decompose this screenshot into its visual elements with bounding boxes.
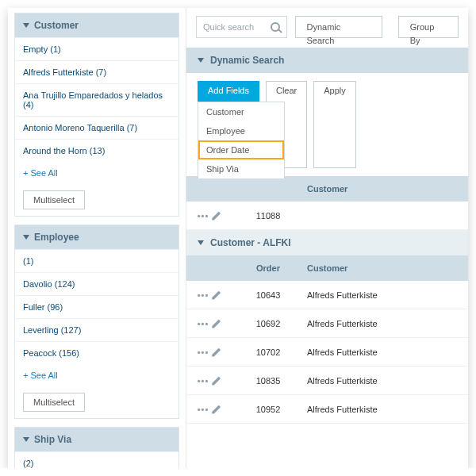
search-placeholder: Quick search bbox=[203, 22, 271, 32]
see-all-link[interactable]: + See All bbox=[15, 364, 178, 386]
main-panel: Quick search Dynamic Search Group By Dyn… bbox=[186, 8, 468, 468]
cell-order: 11088 bbox=[232, 203, 304, 228]
dropdown-item-employee[interactable]: Employee bbox=[198, 121, 284, 140]
edit-icon[interactable] bbox=[212, 211, 221, 221]
more-icon[interactable]: ••• bbox=[198, 319, 209, 328]
column-header-row: Customer bbox=[186, 176, 468, 202]
table-row[interactable]: ••• 10835 Alfreds Futterkiste bbox=[186, 367, 468, 395]
table-row[interactable]: ••• 10643 Alfreds Futterkiste bbox=[186, 281, 468, 309]
search-icon bbox=[271, 22, 280, 32]
edit-icon[interactable] bbox=[212, 347, 221, 357]
col-customer: Customer bbox=[304, 255, 468, 281]
facet-item[interactable]: Empty (1) bbox=[15, 37, 178, 60]
cell-customer: Alfreds Futterkiste bbox=[304, 397, 468, 422]
triangle-down-icon bbox=[23, 235, 29, 240]
group-title: Customer - ALFKI bbox=[210, 237, 291, 248]
see-all-link[interactable]: + See All bbox=[15, 162, 178, 184]
dynamic-search-panel-header[interactable]: Dynamic Search bbox=[186, 48, 468, 73]
col-order: Order bbox=[232, 255, 304, 281]
more-icon[interactable]: ••• bbox=[198, 376, 209, 386]
table-row[interactable]: ••• 10702 Alfreds Futterkiste bbox=[186, 338, 468, 367]
facet-header-employee[interactable]: Employee bbox=[15, 225, 178, 249]
facet-title: Customer bbox=[34, 20, 79, 31]
cell-customer: Alfreds Futterkiste bbox=[304, 311, 468, 336]
more-icon[interactable]: ••• bbox=[198, 211, 209, 221]
toolbar: Quick search Dynamic Search Group By bbox=[186, 8, 468, 48]
more-icon[interactable]: ••• bbox=[198, 347, 209, 357]
facet-item[interactable]: Around the Horn (13) bbox=[15, 139, 178, 162]
cell-customer: Alfreds Futterkiste bbox=[304, 340, 468, 365]
column-header-row: Order Customer bbox=[186, 255, 468, 281]
col-customer: Customer bbox=[304, 176, 468, 202]
group-by-button[interactable]: Group By bbox=[398, 16, 459, 38]
table-row[interactable]: ••• 10952 Alfreds Futterkiste bbox=[186, 395, 468, 424]
dropdown-item-customer[interactable]: Customer bbox=[198, 102, 284, 121]
facet-item[interactable]: Fuller (96) bbox=[15, 295, 178, 318]
facet-shipvia: Ship Via (2) Speedy Express (248) bbox=[14, 427, 179, 468]
quick-search-input[interactable]: Quick search bbox=[196, 16, 287, 38]
more-icon[interactable]: ••• bbox=[198, 290, 209, 300]
sidebar: Customer Empty (1) Alfreds Futterkiste (… bbox=[8, 8, 186, 468]
facet-customer: Customer Empty (1) Alfreds Futterkiste (… bbox=[14, 13, 179, 217]
facet-item[interactable]: Peacock (156) bbox=[15, 341, 178, 364]
edit-icon[interactable] bbox=[212, 290, 221, 300]
facet-employee: Employee (1) Davolio (124) Fuller (96) L… bbox=[14, 225, 179, 419]
facet-item[interactable]: Ana Trujillo Emparedados y helados (4) bbox=[15, 83, 178, 116]
facet-item[interactable]: Antonio Moreno Taquerilla (7) bbox=[15, 116, 178, 139]
triangle-down-icon bbox=[23, 437, 29, 442]
triangle-down-icon bbox=[23, 23, 29, 28]
triangle-down-icon bbox=[198, 58, 204, 63]
triangle-down-icon bbox=[198, 240, 204, 245]
facet-item[interactable]: Leverling (127) bbox=[15, 318, 178, 341]
app-root: Customer Empty (1) Alfreds Futterkiste (… bbox=[8, 8, 468, 468]
cell-order: 10952 bbox=[232, 397, 304, 422]
edit-icon[interactable] bbox=[212, 376, 221, 386]
facet-item[interactable]: Alfreds Futterkiste (7) bbox=[15, 60, 178, 83]
dynamic-search-controls: Add Fields Clear Apply Customer Employee… bbox=[186, 73, 468, 176]
dynamic-search-button[interactable]: Dynamic Search bbox=[295, 16, 382, 38]
dropdown-item-order-date[interactable]: Order Date bbox=[198, 140, 284, 159]
group-header[interactable]: Customer - ALFKI bbox=[186, 230, 468, 255]
facet-item[interactable]: (1) bbox=[15, 249, 178, 272]
dropdown-item-ship-via[interactable]: Ship Via bbox=[198, 159, 284, 178]
add-fields-dropdown: Customer Employee Order Date Ship Via bbox=[198, 102, 285, 179]
table-row[interactable]: ••• 11088 bbox=[186, 202, 468, 230]
facet-item[interactable]: (2) bbox=[15, 451, 178, 468]
edit-icon[interactable] bbox=[212, 405, 221, 414]
facet-header-customer[interactable]: Customer bbox=[15, 13, 178, 37]
facet-header-shipvia[interactable]: Ship Via bbox=[15, 428, 178, 451]
col-order bbox=[232, 176, 304, 202]
multiselect-button[interactable]: Multiselect bbox=[23, 393, 85, 412]
panel-title: Dynamic Search bbox=[210, 55, 284, 66]
cell-order: 10835 bbox=[232, 368, 304, 393]
cell-order: 10692 bbox=[232, 311, 304, 336]
table-row[interactable]: ••• 10692 Alfreds Futterkiste bbox=[186, 309, 468, 338]
cell-customer: Alfreds Futterkiste bbox=[304, 282, 468, 308]
apply-button[interactable]: Apply bbox=[313, 81, 356, 168]
multiselect-button[interactable]: Multiselect bbox=[23, 190, 85, 209]
facet-item[interactable]: Davolio (124) bbox=[15, 272, 178, 295]
more-icon[interactable]: ••• bbox=[198, 405, 209, 414]
edit-icon[interactable] bbox=[212, 319, 221, 328]
cell-order: 10643 bbox=[232, 282, 304, 308]
cell-customer: Alfreds Futterkiste bbox=[304, 368, 468, 393]
facet-title: Ship Via bbox=[34, 434, 71, 445]
facet-title: Employee bbox=[34, 232, 79, 243]
cell-order: 10702 bbox=[232, 340, 304, 365]
